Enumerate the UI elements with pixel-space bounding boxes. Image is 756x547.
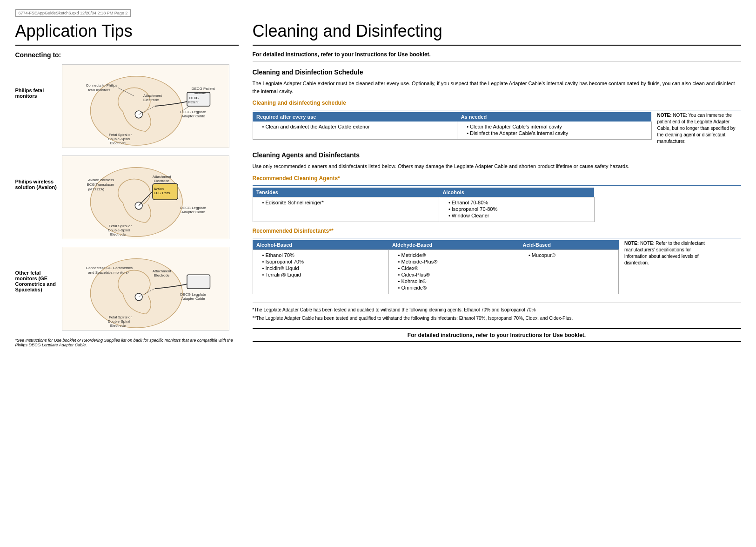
monitor-section-philips-fetal: Philips fetal monitors	[15, 64, 239, 148]
disinfect-cell-1: Ethanol 70% Isopropanol 70% Incidin® Liq…	[253, 250, 388, 294]
disinfect-row: Ethanol 70% Isopropanol 70% Incidin® Liq…	[253, 250, 619, 294]
schedule-row: Clean and disinfect the Adapter Cable ex…	[253, 122, 651, 140]
svg-text:Attachment: Attachment	[152, 269, 171, 273]
svg-text:Avalon cordless: Avalon cordless	[88, 178, 114, 182]
svg-text:ECG Trans.: ECG Trans.	[154, 191, 170, 195]
svg-text:Double-Spiral: Double-Spiral	[107, 137, 130, 141]
svg-text:Connects to Philips: Connects to Philips	[86, 83, 117, 88]
disinfect-col-2: Aldehyde-Based	[388, 240, 519, 250]
svg-text:DECG Patient: DECG Patient	[191, 87, 214, 91]
alcohols-bullet-2: Isopropanol 70-80%	[443, 206, 590, 212]
diagram-svg-1: DECG Patient Connects to Philips fetal m…	[62, 65, 229, 148]
left-column: Application Tips Connecting to: Philips …	[15, 21, 239, 347]
diagram-svg-2: Avalon ECG Trans. Avalon cordless ECG Tr…	[62, 156, 229, 239]
svg-text:Avalon: Avalon	[154, 187, 163, 190]
svg-text:DECG Legplate: DECG Legplate	[180, 110, 206, 114]
footnote-2: **The Legplate Adapter Cable has been te…	[253, 315, 741, 322]
svg-text:Attachment: Attachment	[143, 94, 162, 98]
disinfect-col-1: Alcohol-Based	[253, 240, 388, 250]
aldehyde-6: Omnicide®	[393, 285, 515, 290]
svg-point-39	[135, 293, 142, 301]
monitor-section-other: Other fetal monitors (GE Corometrics and…	[15, 247, 239, 331]
svg-text:fetal monitors: fetal monitors	[88, 88, 110, 92]
schedule-note: NOTE: NOTE: You can immerse the patient …	[657, 112, 741, 145]
aldehyde-4: Cidex-Plus®	[393, 272, 515, 277]
monitor-diagram-other: Connects to GE Corometrics and Spacelabs…	[62, 247, 229, 331]
disinfect-col-3: Acid-Based	[519, 240, 618, 250]
schedule-table: Required after every use As needed Clean…	[253, 112, 652, 140]
svg-text:Double-Spiral: Double-Spiral	[107, 319, 130, 324]
svg-text:Electrode: Electrode	[154, 179, 169, 183]
svg-text:Fetal Spiral or: Fetal Spiral or	[108, 315, 132, 319]
disinfectants-sub-divider	[253, 238, 741, 238]
schedule-bullet-2: Clean the Adapter Cable's internal cavit…	[461, 124, 647, 129]
agents-heading: Cleaning Agents and Disinfectants	[253, 151, 741, 159]
agents-col-1: Tensides	[253, 188, 439, 197]
monitor-label-philips-fetal: Philips fetal monitors	[15, 64, 57, 99]
footnotes-section: *The Legplate Adapter Cable has been tes…	[253, 303, 741, 322]
svg-point-2	[135, 111, 142, 118]
disinfectants-table-with-note: Alcohol-Based Aldehyde-Based Acid-Based …	[253, 240, 741, 296]
svg-text:Electrode: Electrode	[110, 141, 126, 145]
schedule-cell-2: Clean the Adapter Cable's internal cavit…	[457, 122, 651, 140]
agents-table-heading: Recommended Cleaning Agents*	[253, 175, 741, 182]
agents-cell-2: Ethanol 70-80% Isopropanol 70-80% Window…	[439, 197, 594, 222]
schedule-note-label: NOTE:	[657, 113, 673, 118]
schedule-bullet-3: Disinfect the Adapter Cable's internal c…	[461, 130, 647, 136]
left-footnote: *See Instructions for Use booklet or Reo…	[15, 338, 239, 347]
svg-text:Attachment: Attachment	[152, 175, 171, 179]
left-divider	[15, 45, 239, 46]
disinfect-cell-3: Mucopur®	[519, 250, 618, 294]
diagram-svg-3: Connects to GE Corometrics and Spacelabs…	[62, 247, 229, 330]
aldehyde-3: Cidex®	[393, 265, 515, 271]
right-column: Cleaning and Disinfecting For detailed i…	[253, 21, 741, 347]
svg-text:and Spacelabs monitors*: and Spacelabs monitors*	[88, 270, 129, 275]
svg-text:DECG: DECG	[189, 96, 198, 100]
connecting-label: Connecting to:	[15, 51, 239, 59]
right-divider	[253, 45, 741, 46]
svg-text:DECG Legplate: DECG Legplate	[180, 206, 206, 210]
schedule-table-with-note: Required after every use As needed Clean…	[253, 112, 741, 145]
svg-text:Fetal Spiral or: Fetal Spiral or	[108, 224, 132, 228]
schedule-sub-divider	[253, 110, 741, 110]
schedule-col-1: Required after every use	[253, 112, 457, 122]
agents-row: Edisonite Schnellreiniger* Ethanol 70-80…	[253, 197, 594, 222]
monitor-section-philips-wireless: Philips wireless solution (Avalon) Avalo…	[15, 155, 239, 239]
schedule-cell-1: Clean and disinfect the Adapter Cable ex…	[253, 122, 457, 140]
disinfectants-note-label: NOTE:	[624, 241, 640, 246]
schedule-bullet-1: Clean and disinfect the Adapter Cable ex…	[257, 124, 454, 129]
alcohol-d-3: Incidin® Liquid	[257, 265, 385, 271]
bottom-footer: For detailed instructions, refer to your…	[253, 328, 741, 342]
agents-cell-1: Edisonite Schnellreiniger*	[253, 197, 439, 222]
svg-text:Adapter Cable: Adapter Cable	[181, 210, 205, 214]
schedule-body: The Legplate Adapter Cable exterior must…	[253, 80, 741, 95]
svg-text:Electrode: Electrode	[110, 324, 126, 328]
schedule-heading: Cleaning and Disinfection Schedule	[253, 68, 741, 76]
disinfectants-heading: Recommended Disinfectants**	[253, 228, 741, 234]
monitor-diagram-philips-wireless: Avalon ECG Trans. Avalon cordless ECG Tr…	[62, 155, 229, 239]
intro-text: For detailed instructions, refer to your…	[253, 51, 741, 62]
alcohol-d-4: Terralin® Liquid	[257, 272, 385, 277]
acid-1: Mucopur®	[523, 252, 615, 258]
aldehyde-2: Metricide-Plus®	[393, 259, 515, 264]
file-info: 6774-FSEAppGuideSketch6.qxd 12/20/04 2:1…	[19, 11, 128, 15]
top-bar: 6774-FSEAppGuideSketch6.qxd 12/20/04 2:1…	[15, 9, 131, 17]
footnote-1: *The Legplate Adapter Cable has been tes…	[253, 307, 741, 313]
schedule-col-2: As needed	[457, 112, 651, 122]
agents-col-2: Alcohols	[439, 188, 594, 197]
svg-text:Patient: Patient	[188, 101, 198, 104]
left-page-title: Application Tips	[15, 21, 239, 41]
monitor-label-other: Other fetal monitors (GE Corometrics and…	[15, 247, 57, 292]
svg-text:ECG Transducer: ECG Transducer	[87, 182, 114, 187]
disinfectants-table: Alcohol-Based Aldehyde-Based Acid-Based …	[253, 240, 619, 294]
schedule-table-heading: Cleaning and disinfecting schedule	[253, 100, 741, 106]
svg-text:Module: Module	[194, 91, 206, 95]
svg-text:Electrode: Electrode	[110, 232, 126, 236]
agents-body: Use only recommended cleaners and disinf…	[253, 162, 741, 170]
svg-text:Electrode: Electrode	[154, 273, 169, 277]
main-layout: Application Tips Connecting to: Philips …	[15, 21, 741, 347]
svg-text:Adapter Cable: Adapter Cable	[181, 297, 205, 301]
monitor-diagram-philips-fetal: DECG Patient Connects to Philips fetal m…	[62, 64, 229, 148]
page-container: 6774-FSEAppGuideSketch6.qxd 12/20/04 2:1…	[11, 0, 746, 357]
disinfectants-note: NOTE: NOTE: Refer to the disinfectant ma…	[624, 240, 708, 266]
